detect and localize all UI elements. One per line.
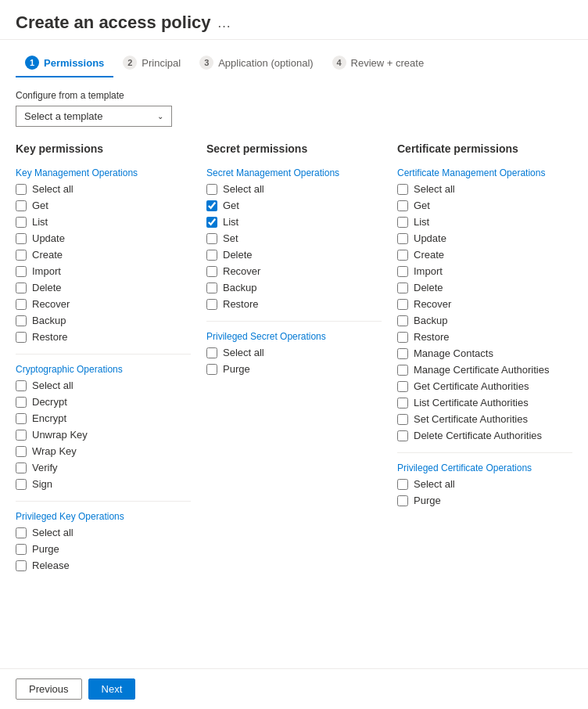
key-create-checkbox[interactable] bbox=[16, 250, 27, 261]
cert-update-label[interactable]: Update bbox=[414, 232, 446, 244]
cert-create-label[interactable]: Create bbox=[414, 249, 444, 261]
more-icon[interactable]: … bbox=[217, 15, 231, 31]
cert-manage-contacts-checkbox[interactable] bbox=[397, 348, 408, 359]
key-import-checkbox[interactable] bbox=[16, 266, 27, 277]
cert-set-ca-label[interactable]: Set Certificate Authorities bbox=[414, 413, 528, 425]
priv-secret-purge-label[interactable]: Purge bbox=[223, 363, 250, 375]
cert-backup-checkbox[interactable] bbox=[397, 315, 408, 326]
template-dropdown[interactable]: Select a template ⌄ bbox=[16, 106, 172, 127]
wizard-step-application[interactable]: 3 Application (optional) bbox=[190, 49, 322, 77]
secret-recover-checkbox[interactable] bbox=[206, 266, 217, 277]
cert-get-ca-label[interactable]: Get Certificate Authorities bbox=[414, 380, 529, 392]
key-list-label[interactable]: List bbox=[32, 216, 48, 228]
key-backup-checkbox[interactable] bbox=[16, 315, 27, 326]
crypto-verify-checkbox[interactable] bbox=[16, 462, 27, 473]
priv-secret-select-all-checkbox[interactable] bbox=[206, 347, 217, 358]
cert-delete-ca-label[interactable]: Delete Certificate Authorities bbox=[414, 430, 542, 441]
crypto-sign-checkbox[interactable] bbox=[16, 479, 27, 490]
cert-recover-label[interactable]: Recover bbox=[414, 298, 451, 310]
cert-create-checkbox[interactable] bbox=[397, 250, 408, 261]
cert-import-checkbox[interactable] bbox=[397, 266, 408, 277]
key-get-label[interactable]: Get bbox=[32, 200, 48, 211]
crypto-select-all-label[interactable]: Select all bbox=[32, 380, 74, 391]
crypto-verify-label[interactable]: Verify bbox=[32, 462, 58, 473]
key-delete-checkbox[interactable] bbox=[16, 283, 27, 293]
key-delete-label[interactable]: Delete bbox=[32, 282, 62, 293]
secret-list-checkbox[interactable] bbox=[206, 217, 217, 228]
key-backup-label[interactable]: Backup bbox=[32, 315, 66, 326]
cert-import-label[interactable]: Import bbox=[414, 265, 443, 277]
crypto-wrap-checkbox[interactable] bbox=[16, 446, 27, 457]
priv-cert-select-all-label[interactable]: Select all bbox=[414, 478, 455, 490]
cert-recover-checkbox[interactable] bbox=[397, 299, 408, 310]
previous-button[interactable]: Previous bbox=[16, 678, 82, 700]
crypto-wrap-label[interactable]: Wrap Key bbox=[32, 445, 77, 457]
priv-key-release-checkbox[interactable] bbox=[16, 560, 27, 571]
cert-set-ca-checkbox[interactable] bbox=[397, 414, 408, 425]
cert-delete-checkbox[interactable] bbox=[397, 283, 408, 293]
secret-get-label[interactable]: Get bbox=[223, 200, 239, 211]
cert-list-ca-checkbox[interactable] bbox=[397, 398, 408, 408]
crypto-encrypt-checkbox[interactable] bbox=[16, 413, 27, 424]
cert-get-label[interactable]: Get bbox=[414, 200, 430, 211]
key-update-checkbox[interactable] bbox=[16, 233, 27, 244]
cert-update-checkbox[interactable] bbox=[397, 233, 408, 244]
key-create-label[interactable]: Create bbox=[32, 249, 63, 261]
priv-cert-purge-label[interactable]: Purge bbox=[414, 495, 441, 506]
cert-manage-ca-label[interactable]: Manage Certificate Authorities bbox=[414, 364, 549, 376]
key-import-label[interactable]: Import bbox=[32, 265, 61, 277]
secret-select-all-label[interactable]: Select all bbox=[223, 183, 264, 195]
priv-secret-select-all-label[interactable]: Select all bbox=[223, 347, 264, 358]
key-update-label[interactable]: Update bbox=[32, 232, 65, 244]
cert-manage-contacts-label[interactable]: Manage Contacts bbox=[414, 347, 493, 359]
priv-secret-purge-checkbox[interactable] bbox=[206, 364, 217, 375]
priv-key-purge-label[interactable]: Purge bbox=[32, 543, 59, 555]
wizard-step-review[interactable]: 4 Review + create bbox=[323, 49, 434, 77]
key-get-checkbox[interactable] bbox=[16, 200, 27, 211]
wizard-step-principal[interactable]: 2 Principal bbox=[113, 49, 190, 77]
secret-select-all-checkbox[interactable] bbox=[206, 184, 217, 195]
secret-backup-checkbox[interactable] bbox=[206, 283, 217, 293]
cert-select-all-checkbox[interactable] bbox=[397, 184, 408, 195]
cert-list-checkbox[interactable] bbox=[397, 217, 408, 228]
cert-get-checkbox[interactable] bbox=[397, 200, 408, 211]
cert-restore-checkbox[interactable] bbox=[397, 332, 408, 343]
wizard-step-permissions[interactable]: 1 Permissions bbox=[16, 49, 113, 77]
secret-delete-label[interactable]: Delete bbox=[223, 249, 253, 261]
secret-get-checkbox[interactable] bbox=[206, 200, 217, 211]
crypto-sign-label[interactable]: Sign bbox=[32, 478, 52, 490]
priv-key-select-all-label[interactable]: Select all bbox=[32, 527, 74, 538]
crypto-select-all-checkbox[interactable] bbox=[16, 380, 27, 391]
cert-manage-ca-checkbox[interactable] bbox=[397, 365, 408, 376]
crypto-unwrap-label[interactable]: Unwrap Key bbox=[32, 429, 88, 441]
cert-get-ca-checkbox[interactable] bbox=[397, 381, 408, 392]
secret-list-label[interactable]: List bbox=[223, 216, 238, 228]
key-select-all-checkbox[interactable] bbox=[16, 184, 27, 195]
cert-restore-label[interactable]: Restore bbox=[414, 331, 450, 343]
key-select-all-label[interactable]: Select all bbox=[32, 183, 74, 195]
cert-delete-ca-checkbox[interactable] bbox=[397, 430, 408, 441]
cert-delete-label[interactable]: Delete bbox=[414, 282, 443, 293]
priv-key-select-all-checkbox[interactable] bbox=[16, 527, 27, 538]
cert-select-all-label[interactable]: Select all bbox=[414, 183, 455, 195]
crypto-decrypt-checkbox[interactable] bbox=[16, 397, 27, 408]
secret-restore-checkbox[interactable] bbox=[206, 299, 217, 310]
key-recover-label[interactable]: Recover bbox=[32, 298, 70, 310]
cert-list-label[interactable]: List bbox=[414, 216, 429, 228]
secret-backup-label[interactable]: Backup bbox=[223, 282, 256, 293]
secret-set-label[interactable]: Set bbox=[223, 232, 238, 244]
key-recover-checkbox[interactable] bbox=[16, 299, 27, 310]
crypto-encrypt-label[interactable]: Encrypt bbox=[32, 412, 66, 424]
secret-delete-checkbox[interactable] bbox=[206, 250, 217, 261]
key-restore-label[interactable]: Restore bbox=[32, 331, 68, 343]
secret-set-checkbox[interactable] bbox=[206, 233, 217, 244]
cert-backup-label[interactable]: Backup bbox=[414, 315, 447, 326]
secret-recover-label[interactable]: Recover bbox=[223, 265, 260, 277]
priv-cert-select-all-checkbox[interactable] bbox=[397, 479, 408, 490]
next-button[interactable]: Next bbox=[88, 678, 136, 700]
crypto-unwrap-checkbox[interactable] bbox=[16, 430, 27, 441]
priv-key-purge-checkbox[interactable] bbox=[16, 544, 27, 555]
priv-cert-purge-checkbox[interactable] bbox=[397, 495, 408, 506]
key-list-checkbox[interactable] bbox=[16, 217, 27, 228]
crypto-decrypt-label[interactable]: Decrypt bbox=[32, 396, 67, 408]
